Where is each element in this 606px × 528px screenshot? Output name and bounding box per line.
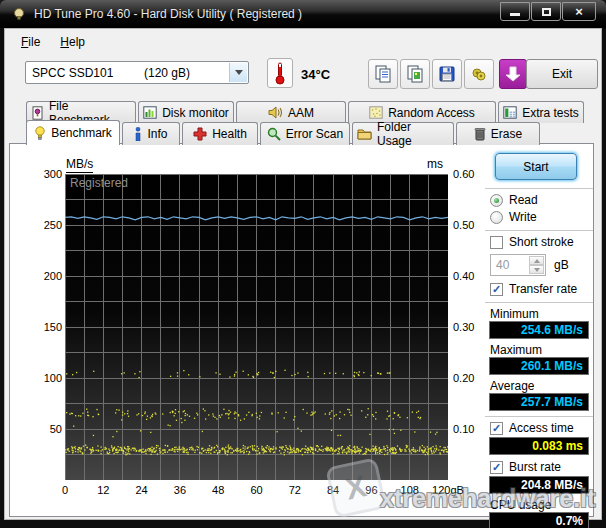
titlebar: HD Tune Pro 4.60 - Hard Disk Utility ( R…: [0, 0, 606, 28]
copy-text-button[interactable]: [368, 59, 398, 89]
save-icon: [437, 64, 457, 84]
exit-button[interactable]: Exit: [526, 59, 598, 89]
divider: [485, 416, 593, 418]
maximize-icon[interactable]: [531, 2, 561, 21]
spin-up-icon[interactable]: [529, 256, 544, 265]
y-left-axis-labels: 30025020015010050: [22, 174, 62, 480]
extra-tests-icon: [503, 106, 517, 119]
tab-label: Erase: [491, 127, 522, 141]
tab-disk-monitor[interactable]: Disk monitor: [138, 101, 234, 123]
y-left-tick: 250: [44, 219, 62, 231]
checkbox-checked-icon: ✓: [490, 422, 503, 435]
short-stroke-size-spinner[interactable]: 40: [490, 254, 546, 276]
burst-rate-readout: 204.8 MB/s: [521, 478, 583, 492]
tab-extra-tests[interactable]: Extra tests: [498, 101, 584, 123]
file-benchmark-icon: [31, 106, 44, 120]
options-button[interactable]: [464, 59, 494, 89]
tab-row-primary: Benchmark Info Health Err: [26, 122, 540, 145]
speaker-icon: [268, 106, 283, 119]
y-right-tick: 0.40: [453, 270, 474, 282]
minimum-value: 254.6 MB/s: [489, 321, 589, 339]
maximum-readout: 260.1 MB/s: [521, 359, 583, 373]
x-tick: 48: [212, 484, 224, 496]
tab-label: Info: [147, 127, 167, 141]
minimum-readout: 254.6 MB/s: [521, 323, 583, 337]
update-button[interactable]: [499, 59, 527, 89]
tab-error-scan[interactable]: Error Scan: [260, 122, 350, 145]
trash-icon: [474, 127, 486, 141]
temperature-value: 34°C: [301, 67, 330, 82]
tab-erase[interactable]: Erase: [456, 122, 540, 145]
y-right-tick: 0.50: [453, 219, 474, 231]
benchmark-plot: Registered: [65, 174, 448, 480]
short-stroke-checkbox[interactable]: Short stroke: [490, 235, 574, 249]
x-tick: 120gB: [432, 484, 464, 496]
access-time-value: 0.083 ms: [489, 437, 589, 455]
y-right-tick: 0.30: [453, 321, 474, 333]
access-time-checkbox[interactable]: ✓ Access time: [490, 421, 574, 435]
copy-image-button[interactable]: [400, 59, 430, 89]
thermometer-icon: [274, 61, 286, 85]
copy-image-icon: [405, 64, 425, 84]
y-left-tick: 100: [44, 372, 62, 384]
drive-select-dropdown[interactable]: SPCC SSD101 (120 gB): [25, 61, 249, 84]
cpu-usage-label: CPU usage: [490, 498, 551, 512]
tab-label: Benchmark: [51, 126, 112, 140]
tab-health[interactable]: Health: [182, 122, 258, 145]
folder-icon: [357, 128, 372, 140]
short-stroke-label: Short stroke: [509, 235, 574, 249]
menu-file[interactable]: File: [13, 32, 48, 52]
divider: [485, 302, 593, 304]
health-cross-icon: [193, 127, 207, 141]
start-label: Start: [523, 160, 548, 174]
drive-name: SPCC SSD101: [32, 66, 113, 80]
chevron-down-icon: [235, 70, 243, 75]
tab-label: Folder Usage: [377, 120, 449, 148]
tab-folder-usage[interactable]: Folder Usage: [352, 122, 454, 145]
close-icon[interactable]: ×: [562, 2, 596, 21]
tab-label: Health: [212, 127, 247, 141]
y-left-tick: 50: [50, 423, 62, 435]
tab-aam[interactable]: AAM: [236, 101, 346, 123]
divider: [485, 188, 593, 190]
maximum-value: 260.1 MB/s: [489, 357, 589, 375]
minimize-icon[interactable]: [500, 2, 530, 21]
random-access-icon: [369, 106, 383, 119]
y-right-tick: 0.10: [453, 423, 474, 435]
minimum-label: Minimum: [490, 307, 539, 321]
cpu-usage-value: 0.7%: [489, 512, 589, 528]
transfer-rate-checkbox[interactable]: ✓ Transfer rate: [490, 282, 577, 296]
tab-benchmark[interactable]: Benchmark: [26, 120, 120, 145]
client-area: File Help SPCC SSD101 (120 gB) 34°C: [4, 28, 602, 520]
window-title: HD Tune Pro 4.60 - Hard Disk Utility ( R…: [34, 7, 302, 21]
copy-text-icon: [373, 64, 393, 84]
cpu-usage-readout: 0.7%: [556, 514, 583, 528]
save-button[interactable]: [432, 59, 462, 89]
drive-capacity: (120 gB): [144, 66, 190, 80]
radio-selected-icon: [490, 194, 503, 207]
burst-rate-label: Burst rate: [509, 460, 561, 474]
write-radio[interactable]: Write: [490, 210, 537, 224]
menu-help[interactable]: Help: [52, 32, 93, 52]
spin-down-icon[interactable]: [529, 265, 544, 274]
y-left-tick: 300: [44, 168, 62, 180]
read-radio[interactable]: Read: [490, 193, 538, 207]
x-tick: 12: [97, 484, 109, 496]
app-window: HD Tune Pro 4.60 - Hard Disk Utility ( R…: [0, 0, 606, 528]
temperature-button[interactable]: [267, 58, 293, 88]
x-tick: 60: [250, 484, 262, 496]
start-button[interactable]: Start: [495, 153, 577, 180]
menubar: File Help: [5, 29, 601, 54]
x-tick: 84: [327, 484, 339, 496]
radio-icon: [490, 211, 503, 224]
x-tick: 72: [289, 484, 301, 496]
burst-rate-checkbox[interactable]: ✓ Burst rate: [490, 460, 561, 474]
write-label: Write: [509, 210, 537, 224]
x-tick: 24: [135, 484, 147, 496]
tab-info[interactable]: Info: [122, 122, 180, 145]
transfer-rate-label: Transfer rate: [509, 282, 577, 296]
tab-label: Random Access: [388, 106, 475, 120]
benchmark-page: MB/s ms 30025020015010050 0.600.500.400.…: [9, 143, 594, 517]
access-time-readout: 0.083 ms: [532, 439, 583, 453]
checkbox-unchecked-icon: [490, 236, 503, 249]
